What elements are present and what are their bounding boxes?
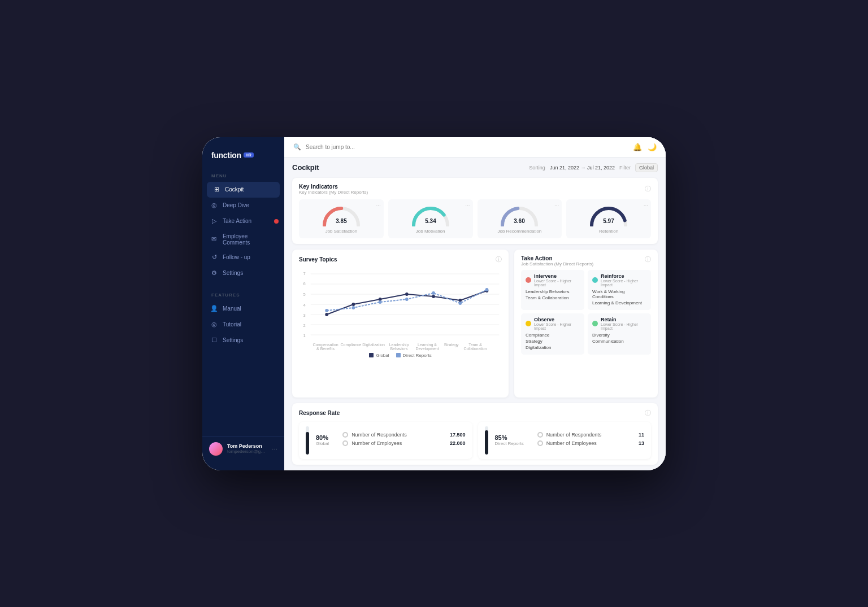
take-action-title: Take Action [521,255,593,261]
gauge-container: 5.34 [411,204,450,226]
svg-point-18 [325,313,328,316]
legend-label: Global [376,353,389,358]
info-icon[interactable]: ⓘ [645,255,651,264]
quad-title: Intervene [534,273,580,279]
response-rate-header: Response Rate ⓘ [299,409,651,417]
svg-text:3.85: 3.85 [336,218,347,224]
menu-label: MENU [202,169,284,182]
svg-point-19 [352,303,355,306]
sidebar-item-label: Manual [223,305,241,312]
gauge-label: Job Motivation [416,229,445,234]
sidebar-item-cockpit[interactable]: ⊞ Cockpit [207,182,280,198]
sidebar-item-takeaction[interactable]: ▷ Take Action [202,213,284,229]
sidebar-item-followup[interactable]: ↺ Follow - up [202,250,284,265]
info-icon[interactable]: ⓘ [645,409,651,417]
metric-employees: Number of Employees 13 [537,440,644,446]
response-bar [306,426,309,455]
sidebar-item-label: Cockpit [225,186,244,193]
key-indicators-header: Key Indicators Key Indicators (My Direct… [299,184,651,195]
sidebar-item-label: Deep Dive [223,202,249,208]
svg-point-30 [458,302,462,305]
top-bar-icons: 🔔 🌙 [633,143,657,151]
features-section: FEATURES 👤 Manual ◎ Tutorial ☐ Settings [202,288,284,348]
svg-point-28 [405,298,409,301]
svg-text:5.97: 5.97 [603,218,614,224]
quadrant-intervene: Intervene Lower Score - Higher Impact Le… [521,270,584,310]
user-avatar [209,442,223,456]
search-icon: 🔍 [293,143,301,151]
gauge-container: 3.85 [322,204,361,226]
line-chart: 7 6 5 4 3 2 1 [299,268,502,342]
info-icon[interactable]: ⓘ [496,255,502,264]
sidebar-item-label: Tutorial [223,321,241,327]
legend-dot [396,353,401,357]
sidebar: function HR MENU ⊞ Cockpit ◎ Deep Dive ▷… [202,137,284,470]
response-scope: Direct Reports [495,441,524,446]
comments-icon: ✉ [210,235,218,243]
more-icon[interactable]: ··· [554,202,559,208]
quad-title: Observe [534,317,580,322]
quad-title: Retain [601,317,646,322]
search-input[interactable] [306,144,628,150]
quad-title-group: Observe Lower Score - Higher Impact [534,317,580,330]
sidebar-item-deepdive[interactable]: ◎ Deep Dive [202,198,284,213]
metric-label: Number of Respondents [546,432,635,438]
response-card-global: 80% Global Number of Respondents 17.500 [299,422,472,459]
gauge-container: 3.60 [500,204,539,226]
sidebar-item-label: Settings [223,337,243,343]
legend-dot [369,353,374,357]
quad-title-group: Retain Lower Score - Higher Impact [601,317,646,330]
tablet-frame: function HR MENU ⊞ Cockpit ◎ Deep Dive ▷… [202,137,666,470]
more-icon[interactable]: ··· [644,202,648,208]
indicator-job-recommendation: ··· 3.60 Job Recommendation [478,199,562,238]
metric-label: Number of Employees [546,440,635,446]
user-menu-button[interactable]: ··· [272,445,277,453]
filter-badge[interactable]: Global [635,163,658,172]
tutorial-icon: ◎ [210,321,218,329]
more-icon[interactable]: ··· [376,202,380,208]
indicator-retention: ··· 5.97 Retention [566,199,651,238]
info-icon[interactable]: ⓘ [645,185,651,193]
sidebar-item-manual[interactable]: 👤 Manual [202,301,284,317]
metric-value: 22.000 [450,440,466,446]
quadrant-observe: Observe Lower Score - Higher Impact Comp… [521,313,584,355]
response-scope: Global [316,441,329,446]
response-rate-title: Response Rate [299,410,340,416]
legend-global: Global [369,353,389,358]
more-icon[interactable]: ··· [465,202,470,208]
user-email: tompederson@gmail.com [227,449,267,454]
sidebar-item-comments[interactable]: ✉ Employee Comments [202,229,284,250]
app-name: function [211,151,241,160]
quad-score: Lower Score - Higher Impact [534,279,580,287]
gauge-label: Retention [599,229,618,234]
app-badge: HR [244,152,254,158]
svg-text:3.60: 3.60 [514,218,526,224]
quad-item: Leadership Behaviors [526,289,580,294]
moon-icon[interactable]: 🌙 [648,143,657,151]
response-bar [485,426,488,455]
quad-dot [592,321,598,326]
svg-text:5.34: 5.34 [425,218,436,224]
quad-dot [526,321,531,326]
svg-text:1: 1 [303,333,306,338]
quad-item: Strategy [526,339,580,344]
user-profile: Tom Pederson tompederson@gmail.com ··· [202,436,284,461]
sidebar-item-tutorial[interactable]: ◎ Tutorial [202,317,284,333]
notification-badge [274,219,279,224]
sidebar-item-settings2[interactable]: ☐ Settings [202,333,284,348]
sidebar-item-settings[interactable]: ⚙ Settings [202,265,284,281]
features-label: FEATURES [202,288,284,301]
settings-icon: ⚙ [210,269,218,277]
take-action-header: Take Action Job Satisfaction (My Direct … [521,255,651,267]
take-action-title-group: Take Action Job Satisfaction (My Direct … [521,255,593,267]
svg-text:7: 7 [303,270,306,276]
key-indicators-card: Key Indicators Key Indicators (My Direct… [292,178,658,244]
chart-legend: Global Direct Reports [299,353,502,358]
svg-point-22 [432,295,435,298]
metric-value: 13 [639,440,644,446]
quad-item: Learning & Development [592,300,646,305]
quad-score: Lower Score - Higher Impact [601,322,646,330]
logo-area: function HR [202,146,284,169]
svg-point-27 [379,300,382,304]
notification-icon[interactable]: 🔔 [633,143,642,151]
